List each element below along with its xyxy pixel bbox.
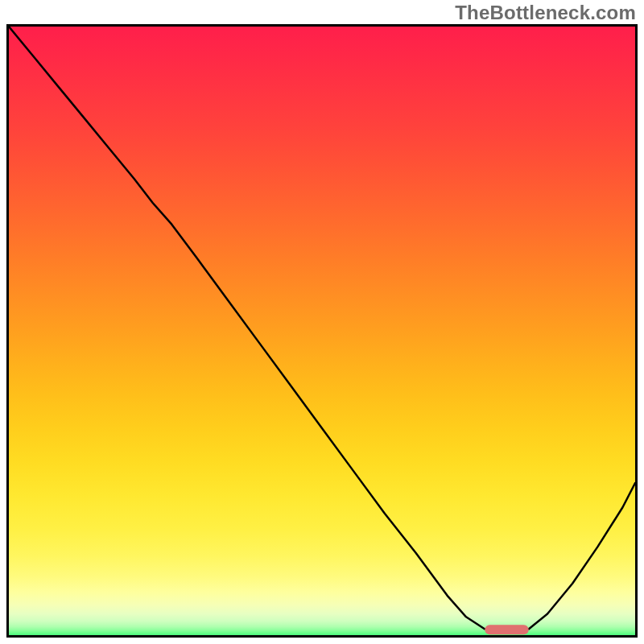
chart-container: TheBottleneck.com — [0, 0, 644, 644]
plot-area — [9, 27, 635, 635]
marker-pill — [485, 625, 528, 634]
gradient-background — [9, 27, 635, 635]
plot-svg — [9, 27, 635, 635]
plot-frame — [6, 24, 638, 638]
watermark-text: TheBottleneck.com — [455, 2, 636, 24]
